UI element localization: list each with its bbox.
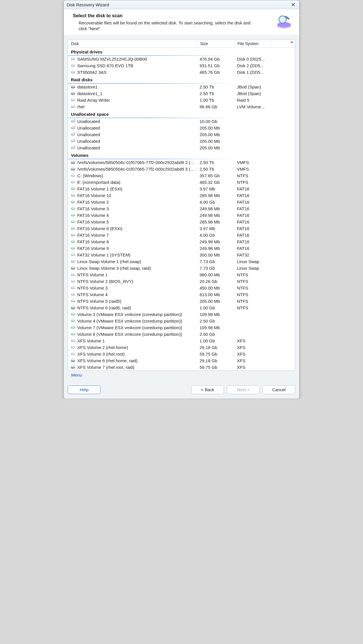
help-button[interactable]: Help xyxy=(68,385,101,394)
svg-point-3 xyxy=(280,17,285,22)
drive-icon xyxy=(70,358,76,363)
disk-row[interactable]: datastore1 2.50 Tb JBod (Span) xyxy=(68,84,295,90)
disk-row[interactable]: XFS Volume 1 1.00 Gb XFS xyxy=(68,338,295,344)
drive-icon xyxy=(70,299,76,304)
disk-row[interactable]: FAT16 Volume 3 249.98 Mb FAT16 xyxy=(68,205,295,212)
disk-row[interactable]: Linux Swap Volume 3 (rhel.swap, raid) 7.… xyxy=(68,265,295,271)
disk-size: 1.00 Gb xyxy=(197,338,235,343)
disk-row[interactable]: FAT16 Volume 2 4.00 Gb FAT16 xyxy=(68,199,295,205)
disk-size: 205.00 Mb xyxy=(197,145,235,150)
group-title: Raid disks xyxy=(68,76,295,83)
drive-icon xyxy=(70,246,76,251)
svg-point-74 xyxy=(72,221,74,221)
disk-row[interactable]: NTFS Volume 3 450.00 Mb NTFS xyxy=(68,285,295,291)
disk-row[interactable]: FAT32 Volume 1 (SYSTEM) 300.00 Mb FAT32 xyxy=(68,252,295,258)
disk-name: Unallocated xyxy=(77,126,100,130)
disk-row[interactable]: FAT16 Volume 9 249.98 Mb FAT16 xyxy=(68,245,295,252)
drive-icon: ? xyxy=(70,132,76,137)
disk-row[interactable]: NTFS Volume 2 (BIOS_RVY) 20.26 Gb NTFS xyxy=(68,278,295,285)
disk-name: Volume 3 (VMware ESX vmkcore (coredump p… xyxy=(77,312,182,317)
disk-size: 980.00 Mb xyxy=(197,272,235,277)
close-button[interactable] xyxy=(290,1,296,8)
back-button[interactable]: < Back xyxy=(191,385,224,394)
disk-row[interactable]: FAT16 Volume 5 285.98 Mb FAT16 xyxy=(68,219,295,225)
disk-name: Volume 8 (VMware ESX vmkcore (coredump p… xyxy=(77,332,182,337)
disk-row[interactable]: Linux Swap Volume 1 (rhel.swap) 7.73 Gb … xyxy=(68,258,295,265)
disk-row[interactable]: Volume 7 (VMware ESX vmkcore (coredump p… xyxy=(68,324,295,331)
drive-icon xyxy=(70,319,76,323)
column-header-disk[interactable]: Disk xyxy=(68,40,197,47)
disk-name: datastore1 xyxy=(77,84,98,89)
disk-row[interactable]: FAT16 Volume 8 249.98 Mb FAT16 xyxy=(68,238,295,245)
disk-name: NTFS Volume 5 (raid5) xyxy=(77,299,121,304)
column-header-fs[interactable]: File System xyxy=(235,40,272,47)
svg-point-136 xyxy=(72,353,74,354)
disk-row[interactable]: E: (nonImportant data) 465.32 Gb NTFS xyxy=(68,179,295,186)
disk-row[interactable]: Volume 8 (VMware ESX vmkcore (coredump p… xyxy=(68,331,295,338)
disk-row[interactable]: datastore1_1 2.50 Tb JBod (Span) xyxy=(68,90,295,97)
drive-icon xyxy=(70,338,76,343)
svg-point-102 xyxy=(72,280,74,281)
disk-row[interactable]: FAT16 Volume 6 (ESXi) 3.97 Mb FAT16 xyxy=(68,225,295,232)
disk-row[interactable]: NTFS Volume 6 (raid5, raid) 1.00 Gb NTFS xyxy=(68,304,295,311)
disk-row[interactable]: NTFS Volume 1 980.00 Mb NTFS xyxy=(68,271,295,278)
disk-name: FAT16 Volume 9 xyxy=(77,246,109,251)
svg-point-56 xyxy=(72,181,74,182)
disk-row[interactable]: FAT16 Volume 4 249.98 Mb FAT16 xyxy=(68,212,295,219)
disk-row[interactable]: NTFS Volume 4 613.00 Mb NTFS xyxy=(68,291,295,298)
next-button[interactable]: Next > xyxy=(227,385,260,394)
disk-row[interactable]: ? Unallocated 205.00 Mb xyxy=(68,138,295,144)
menu-link[interactable]: Menu xyxy=(71,373,82,377)
cancel-button[interactable]: Cancel xyxy=(262,385,295,394)
disk-row[interactable]: /vmfs/volumes/5850504c-01f07065-77f2-000… xyxy=(68,166,295,172)
disk-row[interactable]: XFS Volume 6 (rhel.home, raid) 29.18 Gb … xyxy=(68,357,295,364)
svg-point-108 xyxy=(72,294,74,294)
svg-point-7 xyxy=(72,58,74,59)
disk-size: 29.18 Gb xyxy=(197,345,235,350)
disk-size: 450.00 Mb xyxy=(197,286,235,290)
disk-row[interactable]: SAMSUNG MZVL2512HCJQ-00B00 476.94 Gb Dis… xyxy=(68,56,295,62)
disk-name: Unallocated xyxy=(77,132,100,137)
disk-row[interactable]: ? Unallocated 205.00 Mb xyxy=(68,144,295,151)
disk-row[interactable]: Samsung SSD 870 EVO 1TB 931.51 Gb Disk 2… xyxy=(68,62,295,69)
disk-fs: Raid 5 xyxy=(235,98,272,103)
disk-row[interactable]: ? Unallocated 205.00 Mb xyxy=(68,125,295,131)
disk-row[interactable]: Volume 3 (VMware ESX vmkcore (coredump p… xyxy=(68,311,295,318)
disk-fs: NTFS xyxy=(235,180,272,185)
disk-row[interactable]: rhel 96.66 Gb LVM Volume... xyxy=(68,103,295,110)
disk-row[interactable]: ? Unallocated 10.00 Gb xyxy=(68,118,295,125)
disk-row[interactable]: NTFS Volume 5 (raid5) 205.00 Mb NTFS xyxy=(68,298,295,304)
drive-icon xyxy=(70,305,76,311)
disk-size: 59.75 Gb xyxy=(197,352,235,356)
disk-size: 2.50 Tb xyxy=(197,91,235,96)
column-header-size[interactable]: Size xyxy=(197,40,235,47)
disk-row[interactable]: XFS Volume 2 (rhel.home) 29.18 Gb XFS xyxy=(68,344,295,351)
disk-name: SAMSUNG MZVL2512HCJQ-00B00 xyxy=(77,57,147,61)
disk-row[interactable]: ST950042 3AS 465.76 Gb Disk 1 (DD5... xyxy=(68,69,295,76)
disk-row[interactable]: FAT16 Volume 10 285.98 Mb FAT16 xyxy=(68,192,295,199)
disk-row[interactable]: Raid Array Writer 1.00 Tb Raid 5 xyxy=(68,97,295,103)
drive-icon xyxy=(70,166,76,172)
svg-point-130 xyxy=(72,340,74,340)
disk-fs: XFS xyxy=(235,338,272,343)
disk-row[interactable]: /vmfs/volumes/5850504c-01f07065-77f2-000… xyxy=(68,159,295,166)
group-title: Volumes xyxy=(68,151,295,159)
disk-size: 96.66 Gb xyxy=(197,104,235,109)
disk-name: FAT16 Volume 6 (ESXi) xyxy=(77,226,122,231)
svg-point-46 xyxy=(72,161,74,162)
drive-icon xyxy=(70,325,76,330)
disk-list-body[interactable]: Physical drives SAMSUNG MZVL2512HCJQ-00B… xyxy=(68,48,295,371)
disk-size: 465.32 Gb xyxy=(197,180,235,185)
disk-row[interactable]: ? Unallocated 205.00 Mb xyxy=(68,131,295,138)
drive-icon xyxy=(70,84,76,90)
disk-row[interactable]: FAT16 Volume 7 4.00 Gb FAT16 xyxy=(68,232,295,238)
disk-row[interactable]: Volume 4 (VMware ESX vmkcore (coredump p… xyxy=(68,318,295,324)
disk-row[interactable]: FAT16 Volume 1 (ESXi) 3.97 Mb FAT16 xyxy=(68,186,295,192)
disk-size: 59.75 Gb xyxy=(197,365,235,370)
disk-row[interactable]: C: (Windows) 357.65 Gb NTFS xyxy=(68,172,295,179)
disk-row[interactable]: XFS Volume 7 (rhel.root, raid) 59.75 Gb … xyxy=(68,364,295,371)
disk-row[interactable]: XFS Volume 3 (rhel.root) 59.75 Gb XFS xyxy=(68,351,295,357)
disk-name: rhel xyxy=(77,104,84,109)
disk-size: 476.94 Gb xyxy=(197,57,235,61)
svg-point-62 xyxy=(72,194,74,195)
